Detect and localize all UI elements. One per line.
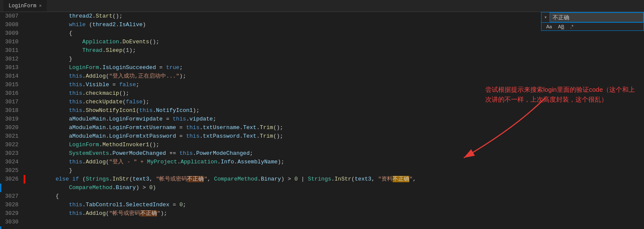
table-row: 3023 SystemEvents.PowerModeChanged += th… bbox=[0, 149, 644, 158]
search-input-row: ▾ bbox=[541, 12, 644, 22]
table-row: 3021 aModuleMain.LoginFormtxtPassword = … bbox=[0, 132, 644, 141]
table-row: 3014 this.Addlog("登入成功,正在启动中..."); bbox=[0, 72, 644, 81]
code-editor[interactable]: 3007 thread2.Start(); 3008 while (thread… bbox=[0, 12, 644, 229]
search-box: ▾ Aa AB .* bbox=[541, 12, 644, 31]
table-row: 3012 } bbox=[0, 55, 644, 63]
table-row: 3025 } bbox=[0, 166, 644, 175]
table-row: 3026 else if (Strings.InStr(text3, "帐号或密… bbox=[0, 175, 644, 192]
table-row: 3024 this.Addlog("登入 - " + MyProject.App… bbox=[0, 158, 644, 166]
table-row: 3029 this.Addlog("帐号或密码不正确"); bbox=[0, 209, 644, 218]
editor-tab[interactable]: LoginForm × bbox=[3, 0, 47, 12]
table-row: 3022 LoginForm.MethodInvoker1(); bbox=[0, 141, 644, 149]
table-row: 3017 this.checkUpdate(false); bbox=[0, 98, 644, 106]
table-row: 3018 this.ShowNotifyIcon1(this.NotifyIco… bbox=[0, 106, 644, 115]
table-row: 3020 aModuleMain.LoginFormtxtUsername = … bbox=[0, 124, 644, 132]
editor-container: 3007 thread2.Start(); 3008 while (thread… bbox=[0, 12, 644, 229]
tab-close-button[interactable]: × bbox=[39, 3, 42, 9]
search-regex-button[interactable]: .* bbox=[569, 24, 574, 30]
table-row: 3010 Application.DoEvents(); bbox=[0, 38, 644, 46]
table-row: 3016 this.checkmacip(); bbox=[0, 89, 644, 98]
search-case-sensitive-button[interactable]: Aa bbox=[545, 24, 553, 30]
title-bar: LoginForm × bbox=[0, 0, 644, 12]
search-options-row: Aa AB .* bbox=[541, 23, 644, 30]
tab-label: LoginForm bbox=[9, 3, 36, 9]
table-row: 3030 bbox=[0, 218, 644, 226]
code-lines: 3007 thread2.Start(); 3008 while (thread… bbox=[0, 12, 644, 226]
search-whole-word-button[interactable]: AB bbox=[556, 24, 565, 30]
search-dropdown-arrow[interactable]: ▾ bbox=[541, 12, 550, 22]
table-row: 3013 LoginForm.IsLoginSucceeded = true; bbox=[0, 63, 644, 72]
search-input[interactable] bbox=[550, 12, 644, 22]
table-row: 3027 { bbox=[0, 192, 644, 201]
table-row: 3028 this.TabControl1.SelectedIndex = 0; bbox=[0, 201, 644, 209]
table-row: 3019 aModuleMain.LoginFormvipdate = this… bbox=[0, 115, 644, 124]
table-row: 3015 this.Visible = false; bbox=[0, 81, 644, 89]
table-row: 3011 Thread.Sleep(1); bbox=[0, 46, 644, 55]
